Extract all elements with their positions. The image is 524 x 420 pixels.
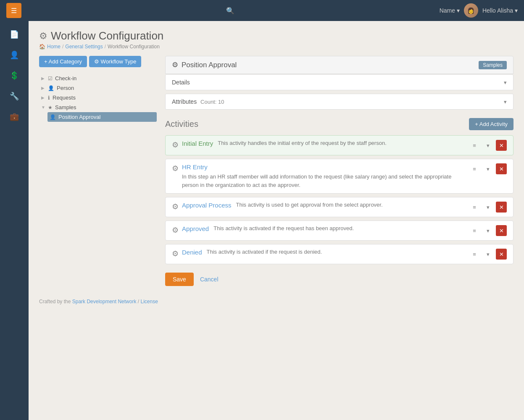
add-category-button[interactable]: + Add Category: [39, 56, 87, 67]
activity-name[interactable]: Denied: [182, 249, 202, 256]
footer-license-link[interactable]: License: [140, 299, 158, 304]
sidebar-wrench-icon[interactable]: 🔧: [5, 87, 24, 105]
activity-expand-button[interactable]: ▾: [482, 140, 493, 151]
activity-left: ⚙ Approved This activity is activated if…: [172, 225, 469, 235]
home-icon: 🏠: [39, 44, 45, 50]
activity-card-approval-process: ⚙ Approval Process This activity is used…: [165, 197, 513, 217]
settings-icon: ⚙: [172, 60, 178, 69]
activity-card-denied: ⚙ Denied This activity is activated if t…: [165, 244, 513, 264]
activity-description: This activity is used to get approval fr…: [236, 202, 383, 208]
chevron-down-icon: ▾: [504, 99, 507, 105]
avatar-initials: 👩: [467, 7, 474, 14]
top-navigation: ☰ 🔍 Name ▾ 👩 Hello Alisha ▾: [0, 0, 524, 21]
arrow-icon: ▼: [41, 105, 45, 110]
form-actions: Save Cancel: [165, 273, 513, 286]
activity-menu-button[interactable]: ≡: [469, 202, 480, 213]
tree-item-label: Samples: [55, 104, 76, 110]
gear-icon: ⚙: [39, 31, 47, 42]
tree-item-label: Check-in: [55, 75, 76, 81]
tree-item-samples: ▼ ★ Samples 👤 Position Approval: [39, 102, 157, 122]
activity-name[interactable]: Initial Entry: [182, 140, 213, 147]
star-icon: ★: [48, 105, 53, 110]
arrow-icon: ▶: [41, 95, 45, 100]
activity-icon: ⚙: [172, 226, 179, 235]
user-cog-icon: 👤: [50, 114, 56, 120]
tree-item-checkin[interactable]: ▶ ☑ Check-in: [39, 74, 157, 83]
sidebar-dollar-icon[interactable]: 💲: [5, 66, 24, 85]
hello-user-dropdown[interactable]: Hello Alisha ▾: [482, 7, 518, 14]
attributes-row[interactable]: Attributes Count: 10 ▾: [165, 94, 513, 110]
activity-menu-button[interactable]: ≡: [469, 163, 480, 174]
activity-icon: ⚙: [172, 140, 179, 150]
tree-navigation: ▶ ☑ Check-in ▶ 👤 Person ▶ ℹ Requests ▼: [39, 74, 157, 122]
activity-delete-button[interactable]: ✕: [496, 140, 507, 151]
activity-menu-button[interactable]: ≡: [469, 225, 480, 236]
activity-card-approved: ⚙ Approved This activity is activated if…: [165, 220, 513, 241]
activity-content: HR Entry In this step an HR staff member…: [182, 163, 469, 189]
activity-icon: ⚙: [172, 249, 179, 258]
sidebar-person-icon[interactable]: 👤: [5, 46, 24, 64]
save-button[interactable]: Save: [165, 273, 194, 286]
activity-name[interactable]: Approval Process: [182, 202, 232, 209]
tree-item-requests[interactable]: ▶ ℹ Requests: [39, 93, 157, 102]
attributes-label-area: Attributes Count: 10: [172, 98, 224, 105]
user-area: Name ▾ 👩 Hello Alisha ▾: [440, 3, 518, 18]
details-row[interactable]: Details ▾: [165, 74, 513, 90]
activity-left: ⚙ Initial Entry This activity handles th…: [172, 140, 469, 150]
add-activity-button[interactable]: + Add Activity: [469, 118, 513, 130]
arrow-icon: ▶: [41, 76, 45, 81]
hamburger-button[interactable]: ☰: [6, 3, 21, 18]
avatar: 👩: [464, 3, 478, 18]
activity-expand-button[interactable]: ▾: [482, 202, 493, 213]
toolbar-buttons: + Add Category ⚙ Workflow Type: [39, 56, 157, 67]
activity-name[interactable]: HR Entry: [182, 163, 208, 171]
activity-controls: ≡ ▾ ✕: [469, 202, 507, 213]
activity-description: This activity handles the initial entry …: [218, 140, 387, 146]
breadcrumb-general-settings[interactable]: General Settings: [65, 44, 103, 50]
tree-active-item[interactable]: 👤 Position Approval: [47, 112, 157, 122]
breadcrumb-home[interactable]: Home: [47, 44, 61, 50]
activities-header: Activities + Add Activity: [165, 118, 513, 130]
requests-icon: ℹ: [48, 95, 50, 101]
search-area: 🔍: [21, 7, 440, 15]
activity-expand-button[interactable]: ▾: [482, 225, 493, 236]
activity-header: ⚙ Approval Process This activity is used…: [172, 202, 507, 213]
activity-delete-button[interactable]: ✕: [496, 202, 507, 213]
workflow-type-button[interactable]: ⚙ Workflow Type: [89, 56, 141, 67]
sidebar-document-icon[interactable]: 📄: [5, 25, 24, 44]
activities-title: Activities: [165, 119, 198, 129]
tree-item-label: Person: [57, 85, 74, 91]
cancel-button[interactable]: Cancel: [200, 276, 219, 283]
activity-expand-button[interactable]: ▾: [482, 163, 493, 174]
tree-item-samples-row[interactable]: ▼ ★ Samples: [39, 102, 157, 112]
name-dropdown[interactable]: Name ▾: [440, 7, 460, 14]
activity-controls: ≡ ▾ ✕: [469, 225, 507, 236]
activity-icon: ⚙: [172, 202, 179, 211]
breadcrumb-sep1: /: [62, 44, 63, 50]
activity-menu-button[interactable]: ≡: [469, 249, 480, 260]
tree-item-label: Position Approval: [58, 114, 100, 120]
chevron-down-icon: ▾: [504, 79, 507, 86]
activity-left: ⚙ HR Entry In this step an HR staff memb…: [172, 163, 469, 189]
tree-item-position-approval[interactable]: 👤 Position Approval: [47, 112, 157, 122]
attributes-count: Count: 10: [200, 99, 224, 105]
activity-description: This activity is activated if the reques…: [213, 225, 354, 231]
activity-header: ⚙ Initial Entry This activity handles th…: [172, 140, 507, 151]
activity-left: ⚙ Approval Process This activity is used…: [172, 202, 469, 211]
activity-controls: ≡ ▾ ✕: [469, 249, 507, 260]
sidebar-briefcase-icon[interactable]: 💼: [5, 108, 24, 126]
search-icon[interactable]: 🔍: [226, 7, 234, 15]
activity-menu-button[interactable]: ≡: [469, 140, 480, 151]
activity-delete-button[interactable]: ✕: [496, 225, 507, 236]
page-title: ⚙ Workflow Configuration: [39, 29, 513, 42]
left-sidebar: 📄 👤 💲 🔧 💼: [0, 21, 29, 420]
tree-sub-samples: 👤 Position Approval: [39, 112, 157, 122]
breadcrumb: 🏠 Home / General Settings / Workflow Con…: [39, 44, 513, 50]
footer-spark-link[interactable]: Spark Development Network: [72, 299, 137, 304]
activity-left: ⚙ Denied This activity is activated if t…: [172, 249, 469, 258]
activity-expand-button[interactable]: ▾: [482, 249, 493, 260]
tree-item-person[interactable]: ▶ 👤 Person: [39, 83, 157, 93]
activity-name[interactable]: Approved: [182, 225, 209, 232]
activity-delete-button[interactable]: ✕: [496, 163, 507, 174]
activity-delete-button[interactable]: ✕: [496, 249, 507, 260]
